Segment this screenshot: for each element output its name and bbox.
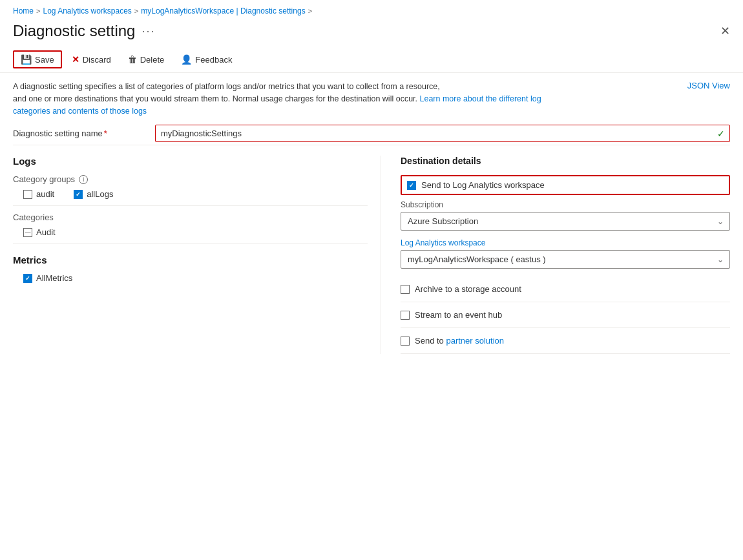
subscription-field: Subscription Azure Subscription ⌄ [401, 200, 730, 231]
feedback-button[interactable]: 👤 Feedback [174, 50, 239, 68]
all-metrics-checkbox[interactable] [23, 274, 32, 283]
metrics-checkboxes: AllMetrics [23, 273, 368, 283]
partner-checkbox[interactable] [401, 337, 410, 346]
storage-label[interactable]: Archive to a storage account [415, 284, 521, 294]
breadcrumb-home[interactable]: Home [13, 6, 34, 16]
audit-checkbox-item[interactable]: audit [23, 189, 54, 199]
subscription-select-wrapper: Azure Subscription ⌄ [401, 212, 730, 231]
subscription-label: Subscription [401, 200, 730, 209]
page-title-row: Diagnostic setting ··· [13, 22, 155, 40]
audit-category-item[interactable]: Audit [23, 227, 368, 237]
category-groups-heading: Category groups i [13, 174, 368, 184]
discard-label: Discard [83, 55, 111, 65]
setting-name-input-wrapper: ✓ [155, 125, 730, 142]
divider-2 [13, 244, 368, 244]
setting-name-input[interactable] [155, 125, 730, 142]
subscription-select[interactable]: Azure Subscription [401, 212, 730, 231]
two-column-layout: Logs Category groups i audit allLogs Cat… [13, 156, 730, 354]
json-view-link[interactable]: JSON View [687, 81, 730, 90]
breadcrumb: Home > Log Analytics workspaces > myLogA… [0, 0, 743, 19]
form-content: Diagnostic setting name* ✓ Logs Category… [0, 125, 743, 354]
description-area: A diagnostic setting specifies a list of… [0, 73, 743, 125]
page-header: Diagnostic setting ··· ✕ [0, 19, 743, 47]
description-text: A diagnostic setting specifies a list of… [13, 81, 543, 117]
event-hub-checkbox[interactable] [401, 311, 410, 320]
audit-category-checkbox[interactable] [23, 228, 32, 237]
category-groups-checkboxes: audit allLogs [23, 189, 368, 199]
more-options-icon[interactable]: ··· [141, 25, 155, 38]
allLogs-checkbox-item[interactable]: allLogs [74, 189, 113, 199]
description-line2: and one or more destinations that you wo… [13, 94, 417, 103]
event-hub-label[interactable]: Stream to an event hub [415, 310, 502, 320]
divider-1 [13, 205, 368, 206]
discard-button[interactable]: ✕ Discard [65, 50, 118, 68]
validation-check-icon: ✓ [717, 129, 725, 139]
allLogs-checkbox[interactable] [74, 190, 83, 199]
required-star: * [104, 129, 107, 138]
logs-section-heading: Logs [13, 156, 368, 167]
left-column: Logs Category groups i audit allLogs Cat… [13, 156, 381, 354]
partner-label[interactable]: Send to partner solution [415, 336, 504, 346]
setting-name-label: Diagnostic setting name* [13, 129, 155, 138]
feedback-label: Feedback [195, 55, 232, 65]
log-analytics-checkbox[interactable] [407, 181, 416, 190]
breadcrumb-diagnostic-settings[interactable]: myLogAnalyticsWorkspace | Diagnostic set… [141, 6, 305, 16]
log-analytics-dest-option: Send to Log Analytics workspace [401, 175, 730, 195]
toolbar: 💾 Save ✕ Discard 🗑 Delete 👤 Feedback [0, 47, 743, 73]
log-analytics-label[interactable]: Send to Log Analytics workspace [421, 180, 545, 190]
delete-label: Delete [140, 55, 165, 65]
save-button[interactable]: 💾 Save [13, 50, 62, 68]
close-button[interactable]: ✕ [720, 24, 730, 38]
partner-dest-option: Send to partner solution [401, 328, 730, 354]
setting-name-row: Diagnostic setting name* ✓ [13, 125, 730, 145]
audit-label: audit [36, 189, 54, 199]
save-label: Save [35, 55, 54, 65]
event-hub-dest-option: Stream to an event hub [401, 302, 730, 328]
breadcrumb-sep-3: > [308, 7, 312, 15]
category-groups-info-icon[interactable]: i [79, 175, 88, 184]
all-metrics-label: AllMetrics [36, 273, 72, 283]
workspace-label: Log Analytics workspace [401, 238, 730, 247]
workspace-select[interactable]: myLogAnalyticsWorkspace ( eastus ) [401, 250, 730, 269]
categories-label: Categories [13, 213, 368, 222]
storage-checkbox[interactable] [401, 285, 410, 294]
storage-dest-option: Archive to a storage account [401, 276, 730, 302]
discard-icon: ✕ [72, 54, 79, 65]
breadcrumb-sep-2: > [134, 7, 138, 15]
metrics-section-heading: Metrics [13, 254, 368, 265]
workspace-select-wrapper: myLogAnalyticsWorkspace ( eastus ) ⌄ [401, 250, 730, 269]
audit-checkbox[interactable] [23, 190, 32, 199]
page-title: Diagnostic setting [13, 22, 135, 40]
partner-link-text: partner solution [446, 336, 504, 346]
delete-icon: 🗑 [128, 54, 137, 65]
description-line1: A diagnostic setting specifies a list of… [13, 82, 440, 91]
feedback-icon: 👤 [181, 54, 192, 65]
allLogs-label: allLogs [87, 189, 113, 199]
breadcrumb-sep-1: > [36, 7, 40, 15]
metrics-section: Metrics AllMetrics [13, 254, 368, 283]
workspace-field: Log Analytics workspace myLogAnalyticsWo… [401, 238, 730, 269]
all-metrics-checkbox-item[interactable]: AllMetrics [23, 273, 72, 283]
destination-heading: Destination details [401, 156, 730, 166]
audit-category-label: Audit [36, 227, 56, 237]
save-icon: 💾 [21, 54, 32, 65]
breadcrumb-log-analytics[interactable]: Log Analytics workspaces [43, 6, 131, 16]
delete-button[interactable]: 🗑 Delete [121, 50, 172, 68]
right-column: Destination details Send to Log Analytic… [381, 156, 730, 354]
